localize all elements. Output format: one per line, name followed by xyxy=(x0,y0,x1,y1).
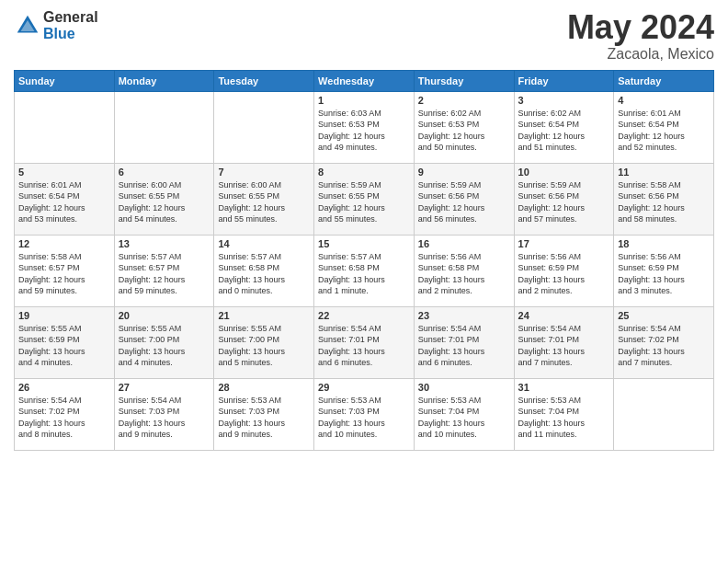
day-number: 26 xyxy=(18,382,110,393)
day-number: 1 xyxy=(318,95,410,106)
day-number: 21 xyxy=(218,310,310,321)
cell-info: Sunrise: 5:56 AMSunset: 6:59 PMDaylight:… xyxy=(618,251,710,297)
logo-blue: Blue xyxy=(43,26,75,41)
cell-info: Sunrise: 5:53 AMSunset: 7:03 PMDaylight:… xyxy=(318,395,410,441)
calendar-cell: 18Sunrise: 5:56 AMSunset: 6:59 PMDayligh… xyxy=(614,235,714,306)
cell-info: Sunrise: 6:03 AMSunset: 6:53 PMDaylight:… xyxy=(318,108,410,154)
calendar-cell xyxy=(614,378,714,450)
calendar-cell: 27Sunrise: 5:54 AMSunset: 7:03 PMDayligh… xyxy=(114,378,214,450)
cell-info: Sunrise: 5:59 AMSunset: 6:56 PMDaylight:… xyxy=(418,179,510,225)
calendar-cell: 1Sunrise: 6:03 AMSunset: 6:53 PMDaylight… xyxy=(314,91,415,163)
header-row: Sunday Monday Tuesday Wednesday Thursday… xyxy=(15,70,714,91)
day-number: 4 xyxy=(618,95,710,106)
day-number: 24 xyxy=(518,310,610,321)
calendar-cell: 11Sunrise: 5:58 AMSunset: 6:56 PMDayligh… xyxy=(614,163,714,235)
cell-info: Sunrise: 5:54 AMSunset: 7:01 PMDaylight:… xyxy=(418,323,510,369)
calendar-cell: 29Sunrise: 5:53 AMSunset: 7:03 PMDayligh… xyxy=(314,378,415,450)
calendar-location: Zacaola, Mexico xyxy=(567,46,714,63)
day-number: 7 xyxy=(218,167,310,178)
calendar-cell: 12Sunrise: 5:58 AMSunset: 6:57 PMDayligh… xyxy=(15,235,115,306)
calendar-title: May 2024 xyxy=(567,9,714,46)
col-monday: Monday xyxy=(114,70,214,91)
cell-info: Sunrise: 5:56 AMSunset: 6:58 PMDaylight:… xyxy=(418,251,510,297)
day-number: 10 xyxy=(518,167,610,178)
calendar-cell: 26Sunrise: 5:54 AMSunset: 7:02 PMDayligh… xyxy=(15,378,115,450)
col-wednesday: Wednesday xyxy=(314,70,415,91)
calendar-cell xyxy=(114,91,214,163)
calendar-page: General Blue May 2024 Zacaola, Mexico Su… xyxy=(0,0,728,460)
day-number: 27 xyxy=(119,382,210,393)
day-number: 30 xyxy=(418,382,510,393)
cell-info: Sunrise: 6:00 AMSunset: 6:55 PMDaylight:… xyxy=(119,179,210,225)
cell-info: Sunrise: 5:53 AMSunset: 7:03 PMDaylight:… xyxy=(218,395,310,441)
calendar-cell: 8Sunrise: 5:59 AMSunset: 6:55 PMDaylight… xyxy=(314,163,415,235)
calendar-cell: 4Sunrise: 6:01 AMSunset: 6:54 PMDaylight… xyxy=(614,91,714,163)
day-number: 18 xyxy=(618,238,710,249)
calendar-cell: 19Sunrise: 5:55 AMSunset: 6:59 PMDayligh… xyxy=(15,306,115,378)
calendar-cell: 20Sunrise: 5:55 AMSunset: 7:00 PMDayligh… xyxy=(114,306,214,378)
cell-info: Sunrise: 6:02 AMSunset: 6:53 PMDaylight:… xyxy=(418,108,510,154)
logo-general: General xyxy=(43,9,98,25)
calendar-cell: 25Sunrise: 5:54 AMSunset: 7:02 PMDayligh… xyxy=(614,306,714,378)
cell-info: Sunrise: 6:01 AMSunset: 6:54 PMDaylight:… xyxy=(18,179,110,225)
cell-info: Sunrise: 5:53 AMSunset: 7:04 PMDaylight:… xyxy=(418,395,510,441)
day-number: 14 xyxy=(218,238,310,249)
calendar-cell: 14Sunrise: 5:57 AMSunset: 6:58 PMDayligh… xyxy=(214,235,314,306)
calendar-cell xyxy=(214,91,314,163)
cell-info: Sunrise: 5:55 AMSunset: 7:00 PMDaylight:… xyxy=(119,323,210,369)
cell-info: Sunrise: 5:54 AMSunset: 7:02 PMDaylight:… xyxy=(618,323,710,369)
calendar-cell: 22Sunrise: 5:54 AMSunset: 7:01 PMDayligh… xyxy=(314,306,415,378)
day-number: 13 xyxy=(119,238,210,249)
week-row-5: 26Sunrise: 5:54 AMSunset: 7:02 PMDayligh… xyxy=(15,378,714,450)
cell-info: Sunrise: 5:55 AMSunset: 7:00 PMDaylight:… xyxy=(218,323,310,369)
col-tuesday: Tuesday xyxy=(214,70,314,91)
cell-info: Sunrise: 5:54 AMSunset: 7:01 PMDaylight:… xyxy=(518,323,610,369)
cell-info: Sunrise: 5:53 AMSunset: 7:04 PMDaylight:… xyxy=(518,395,610,441)
day-number: 6 xyxy=(119,167,210,178)
cell-info: Sunrise: 5:54 AMSunset: 7:03 PMDaylight:… xyxy=(119,395,210,441)
cell-info: Sunrise: 5:58 AMSunset: 6:57 PMDaylight:… xyxy=(18,251,110,297)
calendar-cell: 9Sunrise: 5:59 AMSunset: 6:56 PMDaylight… xyxy=(414,163,514,235)
cell-info: Sunrise: 5:57 AMSunset: 6:58 PMDaylight:… xyxy=(318,251,410,297)
col-friday: Friday xyxy=(514,70,614,91)
week-row-3: 12Sunrise: 5:58 AMSunset: 6:57 PMDayligh… xyxy=(15,235,714,306)
cell-info: Sunrise: 6:02 AMSunset: 6:54 PMDaylight:… xyxy=(518,108,610,154)
calendar-cell: 24Sunrise: 5:54 AMSunset: 7:01 PMDayligh… xyxy=(514,306,614,378)
calendar-cell: 2Sunrise: 6:02 AMSunset: 6:53 PMDaylight… xyxy=(414,91,514,163)
calendar-cell: 16Sunrise: 5:56 AMSunset: 6:58 PMDayligh… xyxy=(414,235,514,306)
calendar-cell: 6Sunrise: 6:00 AMSunset: 6:55 PMDaylight… xyxy=(114,163,214,235)
day-number: 23 xyxy=(418,310,510,321)
day-number: 19 xyxy=(18,310,110,321)
cell-info: Sunrise: 5:56 AMSunset: 6:59 PMDaylight:… xyxy=(518,251,610,297)
calendar-cell: 23Sunrise: 5:54 AMSunset: 7:01 PMDayligh… xyxy=(414,306,514,378)
day-number: 3 xyxy=(518,95,610,106)
calendar-cell: 7Sunrise: 6:00 AMSunset: 6:55 PMDaylight… xyxy=(214,163,314,235)
cell-info: Sunrise: 5:58 AMSunset: 6:56 PMDaylight:… xyxy=(618,179,710,225)
day-number: 15 xyxy=(318,238,410,249)
day-number: 25 xyxy=(618,310,710,321)
cell-info: Sunrise: 5:57 AMSunset: 6:57 PMDaylight:… xyxy=(119,251,210,297)
cell-info: Sunrise: 5:55 AMSunset: 6:59 PMDaylight:… xyxy=(18,323,110,369)
cell-info: Sunrise: 6:01 AMSunset: 6:54 PMDaylight:… xyxy=(618,108,710,154)
calendar-cell: 17Sunrise: 5:56 AMSunset: 6:59 PMDayligh… xyxy=(514,235,614,306)
col-saturday: Saturday xyxy=(614,70,714,91)
day-number: 28 xyxy=(218,382,310,393)
cell-info: Sunrise: 5:54 AMSunset: 7:02 PMDaylight:… xyxy=(18,395,110,441)
calendar-cell: 10Sunrise: 5:59 AMSunset: 6:56 PMDayligh… xyxy=(514,163,614,235)
calendar-cell: 21Sunrise: 5:55 AMSunset: 7:00 PMDayligh… xyxy=(214,306,314,378)
day-number: 11 xyxy=(618,167,710,178)
day-number: 20 xyxy=(119,310,210,321)
cell-info: Sunrise: 6:00 AMSunset: 6:55 PMDaylight:… xyxy=(218,179,310,225)
day-number: 8 xyxy=(318,167,410,178)
header: General Blue May 2024 Zacaola, Mexico xyxy=(14,9,714,63)
day-number: 12 xyxy=(18,238,110,249)
calendar-cell: 13Sunrise: 5:57 AMSunset: 6:57 PMDayligh… xyxy=(114,235,214,306)
cell-info: Sunrise: 5:57 AMSunset: 6:58 PMDaylight:… xyxy=(218,251,310,297)
calendar-cell: 28Sunrise: 5:53 AMSunset: 7:03 PMDayligh… xyxy=(214,378,314,450)
calendar-cell: 15Sunrise: 5:57 AMSunset: 6:58 PMDayligh… xyxy=(314,235,415,306)
day-number: 9 xyxy=(418,167,510,178)
calendar-cell: 3Sunrise: 6:02 AMSunset: 6:54 PMDaylight… xyxy=(514,91,614,163)
cell-info: Sunrise: 5:54 AMSunset: 7:01 PMDaylight:… xyxy=(318,323,410,369)
day-number: 29 xyxy=(318,382,410,393)
week-row-4: 19Sunrise: 5:55 AMSunset: 6:59 PMDayligh… xyxy=(15,306,714,378)
